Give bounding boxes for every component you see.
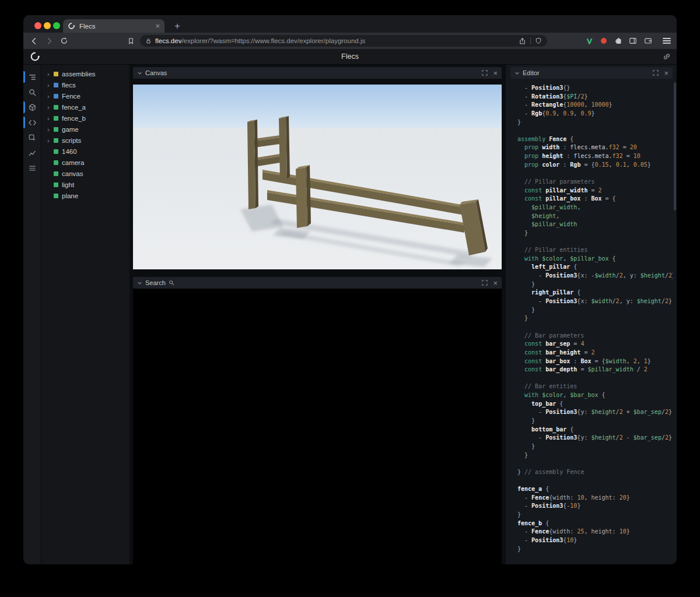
brave-shield-icon[interactable]	[535, 37, 542, 44]
tree-item-fence_b[interactable]: ›fence_b	[41, 113, 130, 124]
code-line: }	[517, 417, 673, 426]
code-line: }	[517, 451, 673, 460]
code-line: fence_b {	[517, 519, 673, 528]
entity-color-swatch	[54, 160, 58, 165]
tree-item-game[interactable]: ›game	[41, 124, 130, 135]
expand-icon[interactable]	[653, 70, 659, 76]
search-panel-header: Search ×	[133, 277, 502, 289]
code-line: prop height : flecs.meta.f32 = 10	[517, 152, 673, 161]
code-line: const pillar_width = 2	[517, 187, 673, 195]
left-icon-strip	[23, 65, 41, 564]
code-icon[interactable]	[23, 115, 41, 130]
code-line: right_pillar {	[517, 289, 673, 297]
menu-hamburger-icon[interactable]	[663, 37, 671, 45]
code-line: fence_a {	[517, 485, 673, 494]
code-line: const bar_box : Box = {$width, 2, 1}	[517, 357, 673, 366]
tree-item-scripts[interactable]: ›scripts	[41, 135, 130, 146]
share-link-icon[interactable]	[663, 52, 671, 61]
stats-icon[interactable]	[23, 145, 41, 160]
url-host: flecs.dev	[155, 37, 181, 44]
chevron-down-icon[interactable]	[137, 280, 142, 286]
code-line: const pillar_box : Box = {	[517, 195, 673, 203]
forward-icon[interactable]	[44, 36, 54, 45]
tree-item-Fence[interactable]: ›Fence	[41, 90, 130, 101]
brave-v-logo-icon[interactable]	[584, 36, 594, 45]
bookmark-icon[interactable]	[126, 36, 135, 45]
tree-item-1460[interactable]: 1460	[41, 146, 130, 157]
entity-color-swatch	[54, 149, 58, 154]
new-tab-button[interactable]: +	[170, 19, 184, 33]
expand-chevron-icon[interactable]: ›	[47, 137, 54, 144]
browser-window: Flecs × + flecs.dev/explor	[23, 15, 677, 564]
close-icon[interactable]: ×	[664, 69, 668, 77]
entity-color-swatch	[54, 127, 58, 132]
magnifier-icon	[169, 280, 174, 286]
tree-item-camera[interactable]: camera	[41, 157, 130, 168]
code-line: - Fence{width: 25, height: 10}	[517, 528, 673, 536]
entity-color-swatch	[54, 105, 58, 110]
minimize-window-button[interactable]	[44, 22, 51, 29]
entity-label: flecs	[62, 82, 76, 89]
entity-label: assemblies	[62, 71, 96, 78]
code-line: - Rgb{0.9, 0.9, 0.9}	[517, 110, 673, 118]
tree-icon[interactable]	[23, 69, 41, 85]
page-title: Flecs	[23, 49, 677, 64]
expand-icon[interactable]	[482, 70, 488, 76]
close-window-button[interactable]	[34, 22, 41, 29]
editor-scrollbar[interactable]	[674, 82, 676, 210]
code-line: // Bar entities	[517, 382, 673, 391]
entity-color-swatch	[54, 116, 58, 121]
reload-icon[interactable]	[60, 36, 69, 45]
code-line: } // assembly Fence	[517, 468, 673, 477]
expand-icon[interactable]	[482, 280, 488, 286]
code-line	[517, 323, 673, 332]
code-line: with $color, $pillar_box {	[517, 255, 673, 264]
browser-tab[interactable]: Flecs ×	[63, 19, 164, 33]
expand-chevron-icon[interactable]: ›	[47, 104, 54, 111]
code-line: left_pillar {	[517, 263, 673, 272]
search-icon[interactable]	[23, 85, 41, 100]
editor-panel-header: Editor ×	[510, 67, 673, 79]
canvas-3d-viewport[interactable]	[133, 85, 502, 269]
wallet-icon[interactable]	[643, 36, 653, 45]
chevron-down-icon[interactable]	[514, 71, 520, 76]
entity-color-swatch	[54, 171, 58, 176]
tree-item-flecs[interactable]: ›flecs	[41, 79, 130, 90]
canvas-panel-header: Canvas ×	[133, 67, 502, 79]
extensions-puzzle-icon[interactable]	[614, 36, 623, 45]
back-icon[interactable]	[29, 36, 38, 45]
tab-close-icon[interactable]: ×	[155, 22, 160, 30]
expand-chevron-icon[interactable]: ›	[47, 126, 54, 133]
code-line: - Rectangle{10000, 10000}	[517, 101, 673, 110]
logs-icon[interactable]	[23, 160, 41, 175]
close-icon[interactable]: ×	[493, 69, 498, 77]
code-line: }	[517, 229, 673, 238]
code-line: - Rotation3{$PI/2}	[517, 93, 673, 101]
code-line: // Pillar parameters	[517, 178, 673, 187]
expand-chevron-icon[interactable]: ›	[47, 93, 54, 100]
expand-chevron-icon[interactable]: ›	[47, 71, 54, 78]
close-icon[interactable]: ×	[493, 279, 498, 287]
sidebar-toggle-icon[interactable]	[628, 36, 638, 45]
record-dot-icon[interactable]	[599, 36, 608, 45]
expand-chevron-icon[interactable]: ›	[47, 115, 54, 122]
tree-item-plane[interactable]: plane	[41, 190, 130, 201]
code-line: }	[517, 280, 673, 289]
tree-item-fence_a[interactable]: ›fence_a	[41, 101, 130, 113]
address-bar[interactable]: flecs.dev/explorer/?wasm=https://www.fle…	[140, 35, 547, 47]
zoom-window-button[interactable]	[53, 22, 60, 29]
share-icon[interactable]	[519, 37, 526, 45]
expand-chevron-icon[interactable]: ›	[47, 82, 54, 89]
code-editor[interactable]: - Position3{} - Rotation3{$PI/2} - Recta…	[510, 81, 673, 563]
code-line: }	[517, 118, 673, 127]
inspect-icon[interactable]	[23, 130, 41, 145]
code-line: const bar_depth = $pillar_width / 2	[517, 366, 673, 374]
tree-item-light[interactable]: light	[41, 179, 130, 190]
code-line: - Fence{width: 10, height: 20}	[517, 494, 673, 503]
url-path: /explorer/?wasm=https://www.flecs.dev/ex…	[181, 37, 365, 44]
code-line: }	[517, 306, 673, 315]
tree-item-assemblies[interactable]: ›assemblies	[41, 68, 130, 79]
tree-item-canvas[interactable]: canvas	[41, 168, 130, 179]
chevron-down-icon[interactable]	[137, 71, 142, 76]
entities-cube-icon[interactable]	[23, 100, 41, 115]
